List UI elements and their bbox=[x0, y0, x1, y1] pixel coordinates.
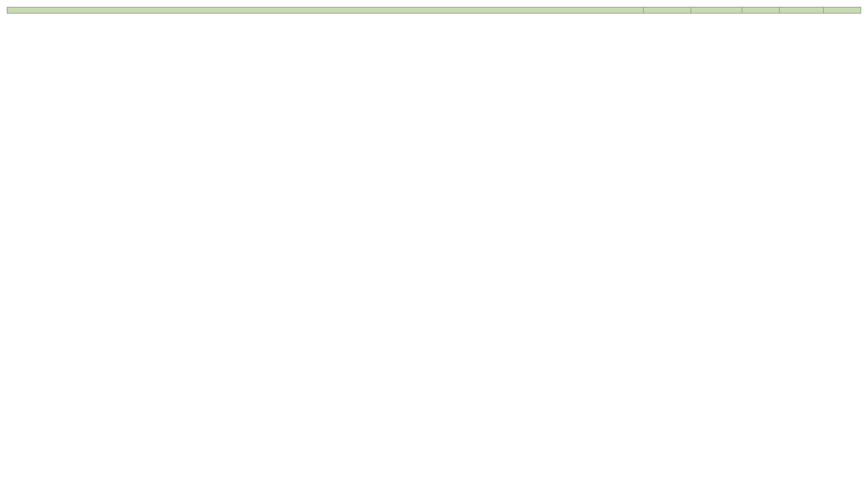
col-header-requires-additional bbox=[691, 7, 742, 14]
evaluation-table bbox=[7, 7, 861, 14]
col-header-total bbox=[824, 7, 861, 14]
col-header-info-not-provided bbox=[644, 7, 691, 14]
col-header-met-all bbox=[742, 7, 780, 14]
section-title bbox=[7, 7, 644, 14]
col-header-high-quality bbox=[780, 7, 824, 14]
